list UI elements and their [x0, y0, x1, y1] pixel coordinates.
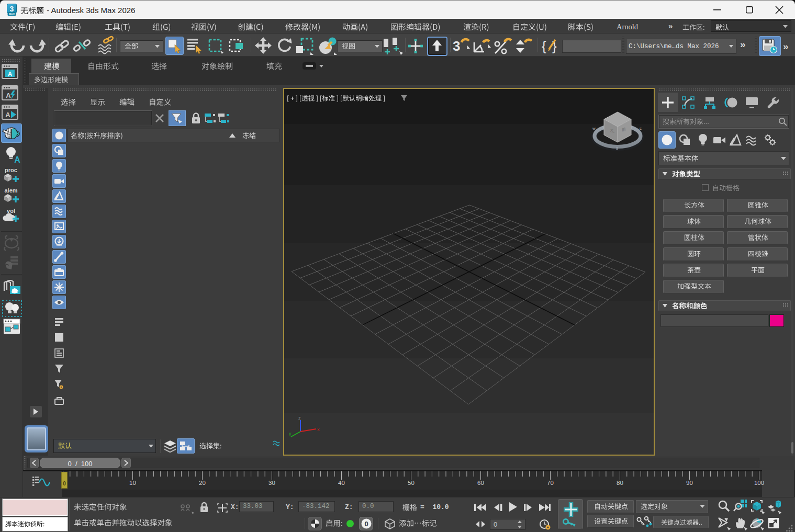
svg-text:A: A: [5, 111, 10, 119]
svg-text:S: S: [616, 147, 618, 150]
svg-text:proc: proc: [5, 167, 17, 173]
svg-text:A: A: [8, 71, 13, 78]
svg-text:W: W: [592, 127, 596, 130]
svg-text:x: x: [317, 427, 320, 432]
svg-text:3: 3: [10, 5, 14, 13]
svg-text:{: {: [542, 38, 546, 54]
svg-text:alem: alem: [4, 187, 17, 194]
svg-text:A: A: [14, 155, 20, 164]
svg-text:vol: vol: [7, 208, 15, 214]
svg-text:y: y: [289, 431, 292, 436]
svg-text:A: A: [6, 92, 11, 99]
svg-text:z: z: [298, 415, 301, 421]
svg-text:E: E: [640, 127, 642, 130]
svg-text:MAX: MAX: [9, 13, 15, 16]
svg-text:0: 0: [364, 520, 368, 528]
svg-text:前: 前: [622, 127, 626, 132]
svg-text:左: 左: [610, 128, 614, 133]
svg-text:3: 3: [453, 38, 460, 54]
